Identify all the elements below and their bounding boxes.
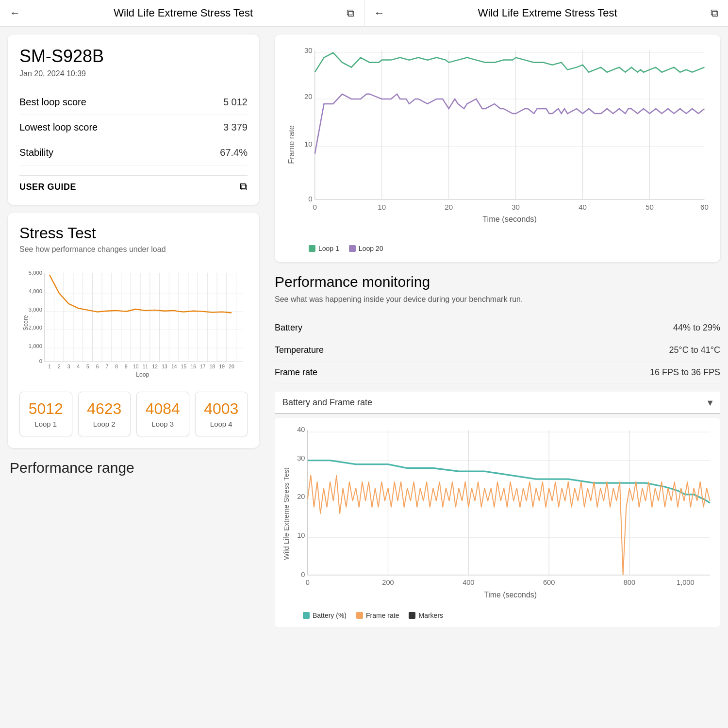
svg-text:17: 17 xyxy=(200,364,206,369)
stress-test-card: Stress Test See how performance changes … xyxy=(8,213,259,448)
left-share-icon[interactable]: ⧉ xyxy=(347,7,354,19)
svg-text:800: 800 xyxy=(624,578,635,586)
stress-test-chart: Score 5,000 4,000 3,000 2,000 1,000 0 xyxy=(19,264,248,384)
framerate-legend-color xyxy=(356,612,363,619)
loop-score-1: 5012 Loop 1 xyxy=(19,392,72,436)
stability-value: 67.4% xyxy=(220,147,248,158)
performance-range-title: Performance range xyxy=(10,460,257,476)
svg-text:0: 0 xyxy=(306,578,310,586)
loop-2-score: 4623 xyxy=(84,400,125,418)
frame-rate-value: 16 FPS to 36 FPS xyxy=(650,367,720,378)
svg-text:8: 8 xyxy=(115,364,118,369)
svg-text:3,000: 3,000 xyxy=(29,307,42,313)
svg-text:Frame rate: Frame rate xyxy=(287,125,296,164)
stress-chart-svg: Score 5,000 4,000 3,000 2,000 1,000 0 xyxy=(19,264,248,382)
svg-text:30: 30 xyxy=(512,203,520,211)
svg-text:20: 20 xyxy=(229,364,234,369)
svg-text:5: 5 xyxy=(86,364,89,369)
loop1-legend-item: Loop 1 xyxy=(309,245,339,252)
perf-monitoring-subtitle: See what was happening inside your devic… xyxy=(275,294,720,305)
stress-test-title: Stress Test xyxy=(19,224,248,242)
left-header-title: Wild Life Extreme Stress Test xyxy=(30,7,337,19)
svg-text:2: 2 xyxy=(58,364,61,369)
svg-text:30: 30 xyxy=(304,46,313,54)
svg-text:10: 10 xyxy=(378,203,386,211)
temperature-row: Temperature 25°C to 41°C xyxy=(275,339,720,362)
svg-text:Wild Life Extreme Stress Test: Wild Life Extreme Stress Test xyxy=(282,467,290,560)
right-back-button[interactable]: ← xyxy=(374,7,385,19)
stress-test-subtitle: See how performance changes under load xyxy=(19,245,248,254)
chart-type-dropdown-wrapper: Battery and Frame rate ▼ xyxy=(275,392,720,414)
battery-legend-color xyxy=(303,612,310,619)
svg-text:0: 0 xyxy=(308,195,312,203)
stability-row: Stability 67.4% xyxy=(19,140,248,165)
svg-text:400: 400 xyxy=(463,578,474,586)
battery-value: 44% to 29% xyxy=(673,323,720,333)
loop-3-label: Loop 3 xyxy=(143,420,183,428)
svg-text:12: 12 xyxy=(152,364,158,369)
battery-framerate-svg: Wild Life Extreme Stress Test 0 10 20 30… xyxy=(279,424,716,604)
battery-legend-item: Battery (%) xyxy=(303,612,347,619)
loop20-legend-color xyxy=(349,245,356,252)
stability-label: Stability xyxy=(19,147,53,158)
loop-score-4: 4003 Loop 4 xyxy=(195,392,248,436)
loop20-legend-item: Loop 20 xyxy=(349,245,383,252)
svg-text:10: 10 xyxy=(133,364,139,369)
user-guide-share-icon[interactable]: ⧉ xyxy=(240,181,248,193)
framerate-legend-label: Frame rate xyxy=(366,612,399,619)
lowest-loop-row: Lowest loop score 3 379 xyxy=(19,115,248,140)
frame-rate-row: Frame rate 16 FPS to 36 FPS xyxy=(275,362,720,384)
framerate-legend-item: Frame rate xyxy=(356,612,399,619)
svg-text:0: 0 xyxy=(313,203,317,211)
main-content: SM-S928B Jan 20, 2024 10:39 Best loop sc… xyxy=(0,27,728,728)
svg-text:20: 20 xyxy=(297,493,305,500)
battery-legend-label: Battery (%) xyxy=(313,612,347,619)
loop-4-score: 4003 xyxy=(201,400,242,418)
frame-rate-label: Frame rate xyxy=(275,367,317,378)
svg-text:11: 11 xyxy=(143,364,149,369)
best-loop-label: Best loop score xyxy=(19,97,86,108)
svg-text:1: 1 xyxy=(48,364,51,369)
svg-text:Loop: Loop xyxy=(136,371,149,378)
svg-text:200: 200 xyxy=(382,578,394,586)
left-back-button[interactable]: ← xyxy=(10,7,20,19)
loop-4-label: Loop 4 xyxy=(201,420,242,428)
battery-row: Battery 44% to 29% xyxy=(275,317,720,339)
left-column: SM-S928B Jan 20, 2024 10:39 Best loop sc… xyxy=(0,27,267,728)
right-column: Frame rate 30 20 10 0 xyxy=(267,27,728,728)
frame-chart-legend: Loop 1 Loop 20 xyxy=(284,245,711,252)
loop-scores-row: 5012 Loop 1 4623 Loop 2 4084 Loop 3 4003… xyxy=(19,392,248,436)
right-header-title: Wild Life Extreme Stress Test xyxy=(395,7,701,19)
svg-text:10: 10 xyxy=(297,531,305,539)
svg-text:19: 19 xyxy=(219,364,225,369)
loop1-legend-label: Loop 1 xyxy=(318,245,339,252)
markers-legend-color xyxy=(409,612,415,619)
performance-range-teaser: Performance range xyxy=(8,456,259,480)
best-loop-value: 5 012 xyxy=(223,97,248,108)
markers-legend-label: Markers xyxy=(418,612,443,619)
svg-text:14: 14 xyxy=(171,364,177,369)
svg-text:6: 6 xyxy=(96,364,99,369)
loop-3-score: 4084 xyxy=(143,400,183,418)
user-guide-label[interactable]: USER GUIDE xyxy=(19,182,76,192)
device-info-card: SM-S928B Jan 20, 2024 10:39 Best loop sc… xyxy=(8,34,259,205)
left-header-panel: ← Wild Life Extreme Stress Test ⧉ xyxy=(0,0,364,26)
svg-text:2,000: 2,000 xyxy=(29,325,42,331)
best-loop-row: Best loop score 5 012 xyxy=(19,90,248,115)
user-guide-row: USER GUIDE ⧉ xyxy=(19,175,248,193)
loop1-legend-color xyxy=(309,245,315,252)
svg-text:0: 0 xyxy=(301,570,305,578)
svg-text:600: 600 xyxy=(543,578,555,586)
frame-rate-svg: Frame rate 30 20 10 0 xyxy=(284,44,711,239)
svg-text:40: 40 xyxy=(579,203,587,211)
performance-monitoring-section: Performance monitoring See what was happ… xyxy=(275,270,720,631)
frame-rate-chart-card: Frame rate 30 20 10 0 xyxy=(275,34,720,262)
svg-text:3: 3 xyxy=(67,364,70,369)
chart-type-select[interactable]: Battery and Frame rate xyxy=(275,392,720,414)
loop-score-2: 4623 Loop 2 xyxy=(78,392,131,436)
header: ← Wild Life Extreme Stress Test ⧉ ← Wild… xyxy=(0,0,728,27)
loop20-legend-label: Loop 20 xyxy=(359,245,383,252)
right-share-icon[interactable]: ⧉ xyxy=(711,7,718,19)
svg-text:4: 4 xyxy=(77,364,80,369)
svg-text:40: 40 xyxy=(297,426,305,433)
